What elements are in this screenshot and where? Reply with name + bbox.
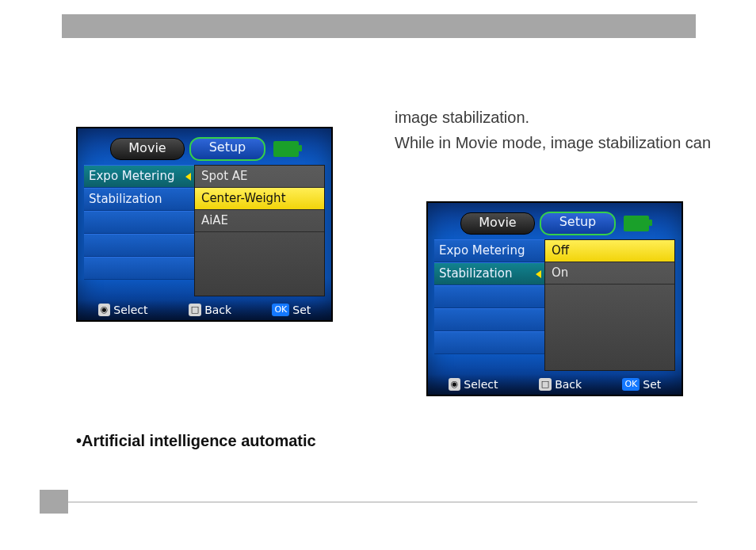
- option-on[interactable]: On: [545, 262, 674, 285]
- option-center-weight[interactable]: Center-Weight: [195, 188, 324, 210]
- menu-footer: ◉ Select □ Back OK Set: [78, 300, 331, 320]
- page-number-tab: [40, 490, 68, 514]
- menu-item-expo-metering[interactable]: Expo Metering: [434, 239, 544, 262]
- footer-set-label: Set: [292, 304, 311, 316]
- camera-menu-stabilization: Movie Setup Expo Metering Stabilization …: [426, 201, 683, 396]
- menu-right-column: Off On: [544, 239, 675, 371]
- body-line-1: image stabilization.: [395, 105, 712, 130]
- back-icon: □: [539, 378, 552, 391]
- ok-icon: OK: [272, 304, 289, 316]
- menu-item-empty: [434, 308, 544, 331]
- bullet-aiae: •Artificial intelligence automatic: [76, 432, 316, 450]
- menu-panel: Expo Metering Stabilization Spot AE Cent…: [84, 165, 325, 296]
- option-spot-ae[interactable]: Spot AE: [195, 166, 324, 188]
- footer-back-label: Back: [204, 304, 231, 316]
- footer-rule: [68, 502, 697, 502]
- back-icon: □: [189, 304, 201, 316]
- header-grey-bar: [62, 14, 696, 38]
- tab-setup[interactable]: Setup: [189, 137, 265, 161]
- menu-item-empty: [434, 285, 544, 308]
- battery-icon: [273, 141, 299, 157]
- menu-left-column: Expo Metering Stabilization: [84, 165, 194, 296]
- footer-select-label: Select: [464, 378, 498, 391]
- dpad-icon: ◉: [449, 378, 461, 391]
- tab-row: Movie Setup: [78, 136, 331, 162]
- menu-item-stabilization[interactable]: Stabilization: [84, 188, 194, 211]
- tab-row: Movie Setup: [428, 211, 682, 236]
- footer-back: □ Back: [189, 304, 231, 316]
- footer-select: ◉ Select: [98, 304, 148, 316]
- tab-setup[interactable]: Setup: [540, 212, 616, 235]
- footer-set-label: Set: [643, 378, 661, 391]
- footer-back-label: Back: [555, 378, 582, 391]
- menu-right-column: Spot AE Center-Weight AiAE: [194, 165, 325, 296]
- menu-item-empty: [84, 211, 194, 234]
- ok-icon: OK: [622, 378, 640, 391]
- body-line-2: While in Movie mode, image stabilization…: [395, 130, 712, 155]
- footer-set: OK Set: [272, 304, 311, 316]
- menu-item-expo-metering[interactable]: Expo Metering: [84, 165, 194, 188]
- footer-set: OK Set: [622, 378, 661, 391]
- tab-movie[interactable]: Movie: [110, 138, 185, 160]
- page-footer: [40, 490, 697, 514]
- battery-icon: [624, 216, 649, 231]
- footer-select: ◉ Select: [449, 378, 498, 391]
- menu-item-empty: [84, 234, 194, 257]
- footer-select-label: Select: [113, 304, 147, 316]
- option-off[interactable]: Off: [545, 240, 674, 262]
- dpad-icon: ◉: [98, 304, 111, 316]
- camera-menu-expo-metering: Movie Setup Expo Metering Stabilization …: [76, 127, 333, 322]
- menu-item-empty: [84, 257, 194, 280]
- menu-item-stabilization[interactable]: Stabilization: [434, 262, 544, 285]
- menu-panel: Expo Metering Stabilization Off On: [434, 239, 675, 371]
- footer-back: □ Back: [539, 378, 582, 391]
- menu-footer: ◉ Select □ Back OK Set: [428, 374, 682, 395]
- option-aiae[interactable]: AiAE: [195, 210, 324, 232]
- menu-left-column: Expo Metering Stabilization: [434, 239, 544, 371]
- menu-item-empty: [434, 331, 544, 354]
- body-text: image stabilization. While in Movie mode…: [395, 105, 712, 155]
- tab-movie[interactable]: Movie: [460, 212, 535, 235]
